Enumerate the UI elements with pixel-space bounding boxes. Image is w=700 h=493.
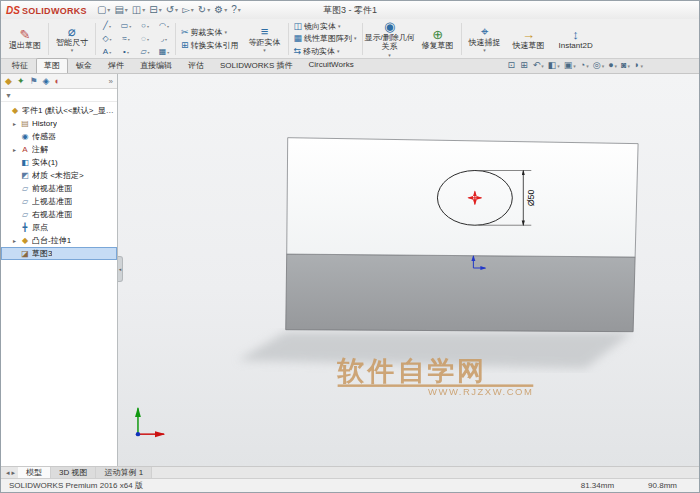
dropdown-caret-icon[interactable]: ▾	[125, 7, 128, 13]
tree-item[interactable]: ▱ 右视基准面	[1, 208, 117, 221]
smart-dimension-button[interactable]: ⌀ 智能尺寸 ▾	[50, 21, 94, 57]
filter-icon[interactable]: ▼	[5, 92, 12, 99]
point-tool-button[interactable]: • ▾	[117, 46, 135, 58]
heads-up-button[interactable]: ◙ ▾	[621, 61, 630, 70]
display-delete-relations-button[interactable]: ◉ 显示/删除几何关系 ▾	[364, 21, 416, 57]
expand-arrow-icon[interactable]: ▸	[13, 120, 20, 127]
heads-up-button[interactable]: ⊞	[520, 61, 529, 70]
move-entities-button[interactable]: ⇆ 移动实体 ▾	[292, 46, 359, 57]
tree-item[interactable]: ╋ 原点	[1, 221, 117, 234]
document-tab[interactable]: 模型	[18, 467, 51, 478]
command-tab[interactable]: 评估	[180, 58, 212, 73]
dropdown-caret-icon[interactable]: ▾	[129, 24, 131, 29]
dropdown-caret-icon[interactable]: ▾	[573, 63, 576, 69]
document-tab[interactable]: 运动算例 1	[96, 467, 152, 478]
polygon-tool-button[interactable]: ◇ ▾	[98, 33, 116, 45]
heads-up-button[interactable]: ◔ ▾	[580, 61, 589, 70]
pattern-tool-button[interactable]: ▦ ▾	[155, 46, 173, 58]
model-top-face[interactable]	[287, 138, 638, 257]
dropdown-caret-icon[interactable]: ▾	[148, 50, 150, 55]
command-tab[interactable]: 特征	[4, 58, 36, 73]
dropdown-caret-icon[interactable]: ▾	[615, 63, 618, 69]
plane-tool-button[interactable]: ▱ ▾	[136, 46, 154, 58]
heads-up-button[interactable]: ⊡	[508, 61, 517, 70]
convert-entities-button[interactable]: ⊞ 转换实体引用	[179, 40, 241, 52]
dropdown-caret-icon[interactable]: ▾	[167, 24, 169, 29]
dropdown-caret-icon[interactable]: ▾	[142, 7, 145, 13]
dropdown-caret-icon[interactable]: ▾	[191, 7, 194, 13]
dropdown-caret-icon[interactable]: ▾	[337, 49, 340, 54]
heads-up-button[interactable]: ◧ ▾	[548, 61, 560, 70]
command-tab[interactable]: SOLIDWORKS 插件	[212, 58, 300, 73]
displaymanager-tab-icon[interactable]: ◐	[54, 77, 59, 86]
dropdown-caret-icon[interactable]: ▾	[557, 63, 560, 69]
dropdown-caret-icon[interactable]: ▾	[586, 63, 589, 69]
tree-item[interactable]: ▱ 上视基准面	[1, 195, 117, 208]
dropdown-caret-icon[interactable]: ▾	[207, 7, 210, 13]
titlebar-button[interactable]: ▤ ▾	[114, 5, 127, 15]
ellipse-tool-button[interactable]: ◌ ▾	[136, 33, 154, 45]
tree-item[interactable]: ◆ 零件1 (默认<<默认>_显示状态	[1, 104, 117, 117]
tree-item[interactable]: ◪ 草图3	[1, 247, 117, 260]
titlebar-button[interactable]: ▢ ▾	[97, 5, 110, 15]
configurationmanager-tab-icon[interactable]: ⚑	[29, 77, 37, 86]
quick-snaps-button[interactable]: ⌖ 快速捕捉 ▾	[463, 21, 507, 57]
dropdown-caret-icon[interactable]: ▾	[147, 37, 149, 42]
dropdown-caret-icon[interactable]: ▾	[167, 50, 169, 55]
dropdown-caret-icon[interactable]: ▾	[109, 50, 111, 55]
dropdown-caret-icon[interactable]: ▾	[263, 48, 266, 53]
dropdown-caret-icon[interactable]: ▾	[159, 7, 162, 13]
titlebar-button[interactable]: ↻ ▾	[198, 5, 210, 15]
rapid-sketch-button[interactable]: → 快速草图	[507, 21, 551, 57]
command-tab[interactable]: 直接编辑	[132, 58, 180, 73]
dropdown-caret-icon[interactable]: ▾	[628, 63, 631, 69]
tree-item[interactable]: ▸ ▤ History	[1, 117, 117, 130]
arc-tool-button[interactable]: ◠ ▾	[155, 20, 173, 32]
expand-arrow-icon[interactable]: ▸	[13, 146, 20, 153]
dimension-text[interactable]: Ø50	[526, 189, 536, 206]
tree-item[interactable]: ▱ 前视基准面	[1, 182, 117, 195]
instant2d-button[interactable]: ↕ Instant2D	[551, 21, 601, 57]
expand-arrow-icon[interactable]: ▸	[13, 237, 20, 244]
linear-sketch-pattern-button[interactable]: ▦ 线性草图阵列 ▾	[292, 33, 359, 44]
dropdown-caret-icon[interactable]: ▾	[109, 24, 111, 29]
mirror-entities-button[interactable]: ◫ 镜向实体 ▾	[292, 21, 359, 32]
command-tab[interactable]: 草图	[36, 58, 68, 73]
tree-item[interactable]: ◧ 实体(1)	[1, 156, 117, 169]
graphics-area[interactable]: ◂	[118, 74, 699, 466]
titlebar-button[interactable]: ⊟ ▾	[149, 5, 161, 15]
panel-collapse-handle[interactable]: ◂	[118, 256, 123, 282]
dropdown-caret-icon[interactable]: ▾	[602, 63, 605, 69]
repair-sketch-button[interactable]: ⊕ 修复草图	[416, 21, 460, 57]
exit-sketch-button[interactable]: ✎ 退出草图	[3, 21, 47, 57]
dropdown-caret-icon[interactable]: ▾	[238, 7, 241, 13]
titlebar-button[interactable]: ▻ ▾	[182, 5, 194, 15]
dropdown-caret-icon[interactable]: ▾	[541, 63, 544, 69]
titlebar-button[interactable]: ◫ ▾	[132, 5, 145, 15]
offset-entities-button[interactable]: ≡ 等距实体 ▾	[243, 21, 287, 57]
propertymanager-tab-icon[interactable]: ✦	[17, 77, 25, 86]
line-tool-button[interactable]: ╱ ▾	[98, 20, 116, 32]
rectangle-tool-button[interactable]: ▭ ▾	[117, 20, 135, 32]
command-tab[interactable]: 钣金	[68, 58, 100, 73]
dropdown-caret-icon[interactable]: ▾	[388, 53, 391, 58]
heads-up-button[interactable]: ● ▾	[608, 61, 617, 70]
circle-tool-button[interactable]: ○ ▾	[136, 20, 154, 32]
tree-item[interactable]: ◉ 传感器	[1, 130, 117, 143]
dropdown-caret-icon[interactable]: ▾	[165, 37, 167, 42]
dropdown-caret-icon[interactable]: ▾	[127, 50, 129, 55]
dropdown-caret-icon[interactable]: ▾	[224, 7, 227, 13]
heads-up-button[interactable]: ↶ ▾	[533, 61, 544, 70]
titlebar-button[interactable]: ↺ ▾	[166, 5, 178, 15]
heads-up-button[interactable]: ◗ ▾	[634, 61, 643, 70]
dropdown-caret-icon[interactable]: ▾	[338, 24, 341, 29]
tree-item[interactable]: ◩ 材质 <未指定>	[1, 169, 117, 182]
dropdown-caret-icon[interactable]: ▾	[107, 7, 110, 13]
dropdown-caret-icon[interactable]: ▾	[483, 48, 486, 53]
spline-tool-button[interactable]: ≈ ▾	[117, 33, 135, 45]
heads-up-button[interactable]: ◎ ▾	[593, 61, 604, 70]
dropdown-caret-icon[interactable]: ▾	[225, 30, 228, 35]
document-tab[interactable]: 3D 视图	[51, 467, 96, 478]
command-tab[interactable]: 焊件	[100, 58, 132, 73]
dropdown-caret-icon[interactable]: ▾	[128, 37, 130, 42]
